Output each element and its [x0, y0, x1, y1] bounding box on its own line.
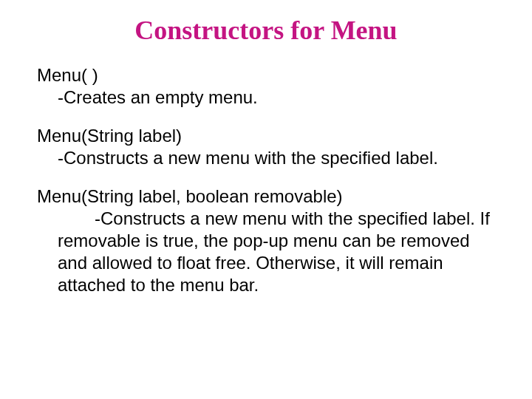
- constructor-signature: Menu( ): [37, 64, 495, 86]
- slide: Constructors for Menu Menu( ) -Creates a…: [0, 0, 532, 335]
- constructor-signature: Menu(String label, boolean removable): [37, 185, 495, 208]
- constructor-description: -Constructs a new menu with the specifie…: [37, 147, 495, 169]
- constructor-description: -Creates an empty menu.: [37, 86, 495, 109]
- constructor-block: Menu(String label, boolean removable) -C…: [37, 185, 495, 296]
- constructor-block: Menu( ) -Creates an empty menu.: [37, 64, 495, 109]
- constructor-block: Menu(String label) -Constructs a new men…: [37, 125, 495, 169]
- constructor-signature: Menu(String label): [37, 125, 495, 147]
- constructor-description: -Constructs a new menu with the specifie…: [37, 208, 495, 296]
- slide-title: Constructors for Menu: [37, 15, 495, 46]
